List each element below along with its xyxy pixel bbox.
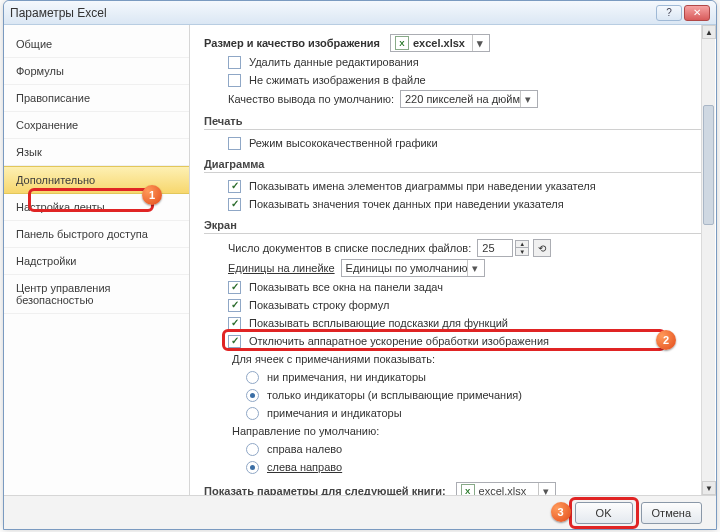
chevron-down-icon: ▾ [472, 35, 487, 51]
window-title: Параметры Excel [10, 6, 654, 20]
step-up-icon[interactable]: ▲ [515, 240, 529, 248]
sidebar-item-formulas[interactable]: Формулы [4, 58, 189, 85]
sidebar-item-advanced[interactable]: Дополнительно [4, 166, 189, 194]
label-rtl: справа налево [267, 443, 342, 455]
sidebar-item-ribbon[interactable]: Настройка ленты [4, 194, 189, 221]
content-pane: ▲ ▼ Размер и качество изображения X exce… [190, 25, 716, 495]
section-screen-title: Экран [204, 219, 702, 234]
sidebar-item-general[interactable]: Общие [4, 31, 189, 58]
radio-rtl[interactable] [246, 443, 259, 456]
image-section-workbook-value: excel.xlsx [413, 37, 465, 49]
recent-count-input[interactable]: 25 [477, 239, 513, 257]
titlebar: Параметры Excel ? ✕ [4, 1, 716, 25]
checkbox-hq-graphics[interactable] [228, 137, 241, 150]
callout-badge-3: 3 [551, 502, 571, 522]
label-discard-edit: Удалить данные редактирования [249, 56, 419, 68]
label-ltr: слева направо [267, 461, 342, 473]
label-show-tooltips: Показывать всплывающие подсказки для фун… [249, 317, 508, 329]
radio-comments-and-ind[interactable] [246, 407, 259, 420]
scroll-thumb[interactable] [703, 105, 714, 225]
checkbox-disable-hw-accel[interactable] [228, 335, 241, 348]
label-show-all-windows: Показывать все окна на панели задач [249, 281, 443, 293]
label-chart-names: Показывать имена элементов диаграммы при… [249, 180, 596, 192]
label-disable-hw-accel: Отключить аппаратное ускорение обработки… [249, 335, 549, 347]
close-button[interactable]: ✕ [684, 5, 710, 21]
chevron-down-icon: ▾ [538, 483, 553, 495]
sidebar: Общие Формулы Правописание Сохранение Яз… [4, 25, 190, 495]
ruler-units-value: Единицы по умолчанию [346, 262, 468, 274]
section-print-title: Печать [204, 115, 702, 130]
quality-select[interactable]: 220 пикселей на дюйм ▾ [400, 90, 538, 108]
sidebar-item-save[interactable]: Сохранение [4, 112, 189, 139]
ok-button[interactable]: OK [575, 502, 633, 524]
callout-badge-2: 2 [656, 330, 676, 350]
label-comments-and-ind: примечания и индикаторы [267, 407, 402, 419]
book-section-workbook-select[interactable]: X excel.xlsx ▾ [456, 482, 556, 495]
book-section-workbook-value: excel.xlsx [479, 485, 527, 495]
scroll-down-icon[interactable]: ▼ [702, 481, 716, 495]
checkbox-chart-values[interactable] [228, 198, 241, 211]
label-direction: Направление по умолчанию: [232, 425, 379, 437]
chevron-down-icon: ▾ [467, 260, 482, 276]
label-no-compress: Не сжимать изображения в файле [249, 74, 426, 86]
excel-file-icon: X [461, 484, 475, 495]
label-recent: Число документов в списке последних файл… [228, 242, 471, 254]
dialog-footer: OK 3 Отмена [4, 495, 716, 529]
step-down-icon[interactable]: ▼ [515, 248, 529, 256]
cancel-button[interactable]: Отмена [641, 502, 702, 524]
label-quality: Качество вывода по умолчанию: [228, 93, 394, 105]
radio-only-indicators[interactable] [246, 389, 259, 402]
scroll-up-icon[interactable]: ▲ [702, 25, 716, 39]
chevron-down-icon: ▾ [520, 91, 535, 107]
label-cells-comments: Для ячеек с примечаниями показывать: [232, 353, 435, 365]
image-section-workbook-select[interactable]: X excel.xlsx ▾ [390, 34, 490, 52]
radio-ltr[interactable] [246, 461, 259, 474]
label-show-formula-bar: Показывать строку формул [249, 299, 389, 311]
checkbox-chart-names[interactable] [228, 180, 241, 193]
sidebar-item-qat[interactable]: Панель быстрого доступа [4, 221, 189, 248]
label-no-comments: ни примечания, ни индикаторы [267, 371, 426, 383]
checkbox-discard-edit[interactable] [228, 56, 241, 69]
vertical-scrollbar[interactable]: ▲ ▼ [701, 25, 715, 495]
ruler-units-select[interactable]: Единицы по умолчанию ▾ [341, 259, 486, 277]
sidebar-item-addins[interactable]: Надстройки [4, 248, 189, 275]
excel-file-icon: X [395, 36, 409, 50]
section-book-title: Показать параметры для следующей книги: [204, 485, 446, 495]
checkbox-show-tooltips[interactable] [228, 317, 241, 330]
checkbox-no-compress[interactable] [228, 74, 241, 87]
quality-value: 220 пикселей на дюйм [405, 93, 520, 105]
section-chart-title: Диаграмма [204, 158, 702, 173]
label-hq-graphics: Режим высококачественной графики [249, 137, 438, 149]
recent-reset-button[interactable]: ⟲ [533, 239, 551, 257]
checkbox-show-formula-bar[interactable] [228, 299, 241, 312]
checkbox-show-all-windows[interactable] [228, 281, 241, 294]
sidebar-item-proofing[interactable]: Правописание [4, 85, 189, 112]
sidebar-item-language[interactable]: Язык [4, 139, 189, 166]
recent-count-stepper[interactable]: ▲▼ [515, 240, 529, 256]
sidebar-item-trust-center[interactable]: Центр управления безопасностью [4, 275, 189, 314]
label-ruler-units: Единицы на линейке [228, 262, 335, 274]
recent-count-value: 25 [482, 242, 494, 254]
help-button[interactable]: ? [656, 5, 682, 21]
section-image-quality-title: Размер и качество изображения [204, 37, 380, 49]
label-only-indicators: только индикаторы (и всплывающие примеча… [267, 389, 522, 401]
radio-no-comments[interactable] [246, 371, 259, 384]
label-chart-values: Показывать значения точек данных при нав… [249, 198, 564, 210]
